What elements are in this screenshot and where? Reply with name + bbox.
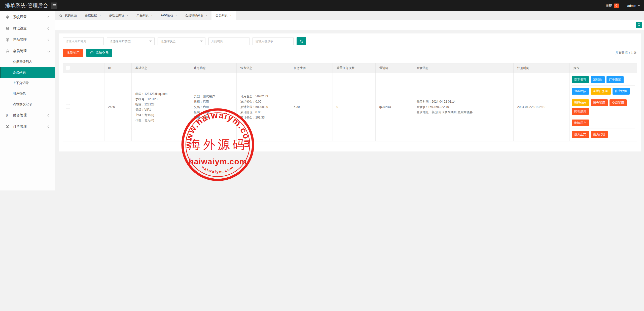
account-type: 类型：测试用户	[194, 94, 234, 99]
close-icon[interactable]: ×	[151, 14, 153, 17]
close-icon[interactable]: ×	[99, 14, 101, 17]
order-settings-button[interactable]: 订单设置	[606, 76, 624, 83]
close-icon[interactable]: ×	[230, 14, 232, 17]
tab-member-list[interactable]: 会员列表 ×	[211, 11, 236, 20]
tab-label: 会员列表	[216, 13, 228, 18]
reset-task-quota-button[interactable]: 重置任务量	[591, 88, 611, 95]
cell-login-info: 登录时间：2024-04-22 01:14 登录ip：169.150.222.7…	[413, 73, 513, 141]
status-select[interactable]: 请选择状态	[158, 37, 205, 45]
add-member-label: 添加会员	[95, 51, 109, 55]
add-member-button[interactable]: 添加会员	[86, 49, 112, 57]
user-type-select-value: 请选择用户类型	[110, 39, 131, 44]
tab-my-desktop[interactable]: 我的桌面	[55, 11, 81, 20]
close-icon[interactable]: ×	[175, 14, 177, 17]
login-address: 登录地址：美国 南卡罗来纳州 查尔斯顿县	[417, 110, 511, 115]
start-time-input[interactable]	[208, 37, 249, 45]
sidebar-item-product-management[interactable]: 产品管理	[0, 34, 55, 45]
plus-circle-icon	[90, 51, 94, 55]
sidebar-item-site-settings[interactable]: 站点设置	[0, 23, 55, 34]
wallet-total-withdraw: 累计提现：0.00	[240, 110, 288, 115]
wallet-total-commission: 累计佣金：192.33	[240, 115, 288, 120]
tab-product-list[interactable]: 产品列表 ×	[132, 11, 157, 20]
header-task-status: 任务情况	[290, 63, 333, 73]
filter-bar: 请选择用户类型 请选择状态	[63, 37, 637, 45]
action-group-3: 密码修改 账号禁用 交易禁用 提现禁用	[572, 97, 635, 117]
sidebar-item-finance-management[interactable]: $ 财务管理	[0, 109, 55, 121]
disable-withdraw-button[interactable]: 提现禁用	[572, 108, 589, 115]
sidebar-item-label: 会员管理	[13, 49, 27, 53]
member-table: ID 基础信息 账号信息 钱包信息 任务情况 重置任务次数 邀请码 登录信息 注…	[63, 63, 637, 141]
select-all-checkbox[interactable]	[66, 66, 70, 70]
basic-profile-button[interactable]: 基本资料	[572, 76, 589, 83]
user-type-select[interactable]: 请选择用户类型	[107, 37, 155, 45]
header-right-area: 提现 0 admin	[606, 0, 640, 11]
withdraw-label: 提现	[606, 4, 612, 8]
caret-down-icon	[638, 5, 640, 6]
sidebar-item-member-management[interactable]: 会员管理	[0, 45, 55, 57]
close-icon[interactable]: ×	[205, 14, 207, 17]
refresh-button[interactable]	[636, 22, 642, 28]
change-password-button[interactable]: 密码修改	[572, 99, 589, 106]
chevron-left-icon	[48, 26, 50, 30]
stamp-bottom-arc-text: haiwaiym.com	[201, 165, 235, 174]
account-withdraw: 提现：启用	[194, 110, 234, 115]
app-title: 排单系统-管理后台	[5, 0, 48, 11]
disable-account-button[interactable]: 账号禁用	[591, 99, 608, 106]
tab-multilang-content[interactable]: 多语言内容 ×	[105, 11, 133, 20]
tab-bar: 我的桌面 基础数据 × 多语言内容 × 产品列表 × APP滚动 × 会员等级列…	[55, 11, 644, 20]
view-team-button[interactable]: 查看团队	[572, 88, 589, 95]
account-change-data-button[interactable]: 账变数据	[613, 88, 630, 95]
action-group-2: 查看团队 重置任务量 账变数据	[572, 86, 635, 97]
basic-email: 邮箱：123123@qq.com	[135, 91, 188, 97]
login-ip: 登录ip：169.150.222.76	[417, 104, 511, 110]
search-button[interactable]	[297, 37, 306, 45]
sidebar-item-label: 产品管理	[13, 37, 27, 42]
account-status: 状态：启用	[194, 99, 234, 104]
login-ip-input[interactable]	[253, 37, 294, 45]
refresh-icon	[637, 23, 641, 26]
sidebar-item-wallet-change-records[interactable]: 钱包修改记录	[0, 99, 55, 109]
cell-account-info: 类型：测试用户 状态：启用 交易：启用 提现：启用 信用：100	[190, 73, 236, 141]
disable-trade-button[interactable]: 交易禁用	[610, 99, 627, 106]
tab-label: 基础数据	[85, 13, 97, 18]
cell-register-time: 2024-04-22 01:02:10	[513, 73, 569, 141]
delete-user-button[interactable]: 删除用户	[572, 120, 589, 126]
cell-id: 2425	[104, 73, 131, 141]
username-label: admin	[627, 4, 636, 8]
cell-invite-code: qC4PBU	[375, 73, 413, 141]
wallet-available: 可用资金：50202.33	[240, 94, 288, 99]
add-deduct-funds-button[interactable]: 加扣款	[591, 76, 605, 83]
sidebar-item-member-level-list[interactable]: 会员等级列表	[0, 57, 55, 67]
action-group-5: 设为正式 设为代理	[572, 129, 635, 140]
header-login-info: 登录信息	[413, 63, 513, 73]
tab-app-scroll[interactable]: APP滚动 ×	[157, 11, 181, 20]
tab-member-level-list[interactable]: 会员等级列表 ×	[181, 11, 211, 20]
sidebar-item-user-wallet[interactable]: 用户钱包	[0, 88, 55, 99]
user-menu[interactable]: admin	[627, 4, 640, 8]
set-agent-button[interactable]: 设为代理	[591, 131, 608, 138]
home-icon	[59, 14, 62, 17]
caret-down-icon	[200, 41, 203, 42]
basic-level: 等级：VIP1	[135, 107, 188, 112]
withdraw-link[interactable]: 提现 0	[606, 4, 619, 8]
account-input[interactable]	[63, 37, 104, 45]
row-checkbox[interactable]	[66, 104, 70, 108]
sidebar-item-label: 财务管理	[13, 113, 27, 118]
caret-down-icon	[149, 41, 152, 42]
sidebar-item-system-settings[interactable]: 系统设置	[0, 11, 55, 23]
account-credit: 信用：100	[194, 115, 234, 120]
sidebar-item-member-list[interactable]: 会员列表	[0, 67, 55, 78]
sidebar-item-order-management[interactable]: 订单管理	[0, 121, 55, 132]
header-invite-code: 邀请码	[375, 63, 413, 73]
sidebar-item-score-records[interactable]: 上下分记录	[0, 78, 55, 88]
dollar-icon: $	[6, 113, 10, 118]
menu-toggle-button[interactable]	[51, 3, 57, 9]
set-official-button[interactable]: 设为正式	[572, 131, 589, 138]
globe-icon	[6, 26, 10, 30]
close-icon[interactable]: ×	[127, 14, 129, 17]
tab-basic-data[interactable]: 基础数据 ×	[81, 11, 105, 20]
batch-disable-button[interactable]: 批量禁用	[63, 49, 83, 57]
status-select-value: 请选择状态	[160, 39, 175, 44]
login-time: 登录时间：2024-04-22 01:14	[417, 99, 511, 104]
cell-wallet-info: 可用资金：50202.33 冻结资金：0.00 累计充值：50000.00 累计…	[236, 73, 290, 141]
